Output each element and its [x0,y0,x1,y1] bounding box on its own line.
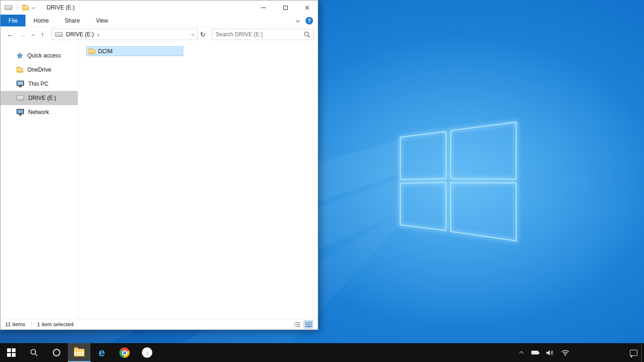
taskbar-file-explorer-button[interactable] [68,343,91,362]
large-icons-view-icon [305,322,312,327]
desktop: DRIVE (E:) File Home Share View ? ← → ↑ [0,0,644,362]
tab-home-label: Home [33,17,49,24]
ribbon-right-controls: ? [296,15,318,26]
tab-home[interactable]: Home [25,15,57,26]
action-center-icon [630,350,637,356]
search-box [212,29,314,40]
tab-view[interactable]: View [88,15,116,26]
refresh-button[interactable]: ↻ [198,29,208,40]
folder-icon[interactable] [22,6,29,10]
sidebar-item-label: This PC [28,81,49,87]
tab-share-label: Share [65,17,80,24]
chrome-icon [119,347,130,358]
taskbar: e ♪ [0,343,644,362]
toolbar-separator [17,4,17,11]
tab-file-label: File [8,17,17,24]
drive-icon [55,32,63,37]
file-list-area[interactable]: DCIM [78,42,318,319]
network-button[interactable] [557,343,573,362]
internet-explorer-icon: e [99,347,105,358]
back-button[interactable]: ← [4,28,17,41]
breadcrumb-separator[interactable]: › [97,31,99,38]
recent-locations-chevron-icon[interactable] [29,33,36,36]
sidebar-item-label: DRIVE (E:) [28,95,56,101]
sidebar-item-this-pc[interactable]: This PC [0,77,78,91]
system-tray [517,343,644,362]
ribbon-tab-bar: File Home Share View ? [0,15,318,27]
tab-share[interactable]: Share [57,15,88,26]
chrome-button[interactable] [113,343,136,362]
chevron-down-icon[interactable] [32,6,35,9]
windows-logo-icon [7,348,16,357]
sidebar-item-onedrive[interactable]: OneDrive [0,63,78,77]
itunes-icon: ♪ [142,347,152,358]
details-view-icon [294,322,300,327]
search-input[interactable] [215,31,304,38]
star-icon [17,52,23,59]
search-icon [30,348,38,357]
folder-icon [89,49,95,54]
forward-button[interactable]: → [17,28,29,41]
window-body: Quick access OneDrive This PC DRIVE (E:)… [0,42,318,319]
maximize-icon [283,6,288,10]
tab-view-label: View [96,17,108,24]
start-button[interactable] [0,343,23,362]
sidebar-item-label: Quick access [27,52,61,59]
sidebar-item-label: Network [28,109,49,115]
maximize-button[interactable] [274,0,296,15]
network-icon [17,109,24,114]
minimize-icon [261,8,266,8]
search-icon[interactable] [304,31,310,38]
close-button[interactable] [296,0,318,15]
up-button[interactable]: ↑ [36,28,49,41]
drive-icon [17,96,24,100]
volume-icon [546,350,553,356]
quick-access-toolbar [0,4,34,11]
status-bar: 11 items 1 item selected [0,319,318,329]
show-desktop-button[interactable] [641,343,644,362]
file-item-dcim[interactable]: DCIM [86,46,183,56]
sidebar-item-drive-e[interactable]: DRIVE (E:) [0,91,78,105]
volume-button[interactable] [542,343,557,362]
address-breadcrumb[interactable]: DRIVE (E:) › [51,29,198,40]
tab-file[interactable]: File [0,15,25,26]
cortana-icon [53,349,60,356]
navigation-pane: Quick access OneDrive This PC DRIVE (E:)… [0,42,78,319]
battery-button[interactable] [528,343,542,362]
onedrive-icon [17,68,23,73]
sidebar-item-label: OneDrive [27,66,51,73]
chevron-up-icon [519,351,524,355]
show-hidden-icons-button[interactable] [517,343,528,362]
details-view-button[interactable] [292,321,302,329]
taskbar-search-button[interactable] [23,343,45,362]
address-dropdown-chevron-icon[interactable] [191,33,195,36]
titlebar: DRIVE (E:) [0,0,318,15]
monitor-icon [17,81,24,86]
action-center-button[interactable] [626,343,641,362]
breadcrumb-drive-label[interactable]: DRIVE (E:) [66,31,94,38]
expand-ribbon-chevron-icon[interactable] [296,18,299,22]
selected-count: 1 item selected [37,321,74,327]
close-icon [305,5,310,10]
large-icons-view-button[interactable] [304,321,313,329]
window-controls [253,0,318,15]
address-bar-row: ← → ↑ DRIVE (E:) › ↻ [0,27,318,42]
wifi-icon [561,349,570,356]
file-item-label: DCIM [98,48,113,55]
status-separator [31,321,32,328]
minimize-button[interactable] [253,0,274,15]
view-toggles [292,321,313,329]
window-title: DRIVE (E:) [47,4,74,11]
items-count: 11 items [5,321,25,327]
file-explorer-window: DRIVE (E:) File Home Share View ? ← → ↑ [0,0,318,330]
sidebar-item-network[interactable]: Network [0,105,78,119]
drive-icon [5,5,12,10]
chevron-down-icon [31,33,34,36]
itunes-button[interactable]: ♪ [136,343,158,362]
battery-icon [531,351,538,354]
file-explorer-icon [74,349,84,356]
cortana-button[interactable] [45,343,68,362]
help-icon[interactable]: ? [305,17,313,25]
sidebar-item-quick-access[interactable]: Quick access [0,49,78,63]
internet-explorer-button[interactable]: e [91,343,113,362]
